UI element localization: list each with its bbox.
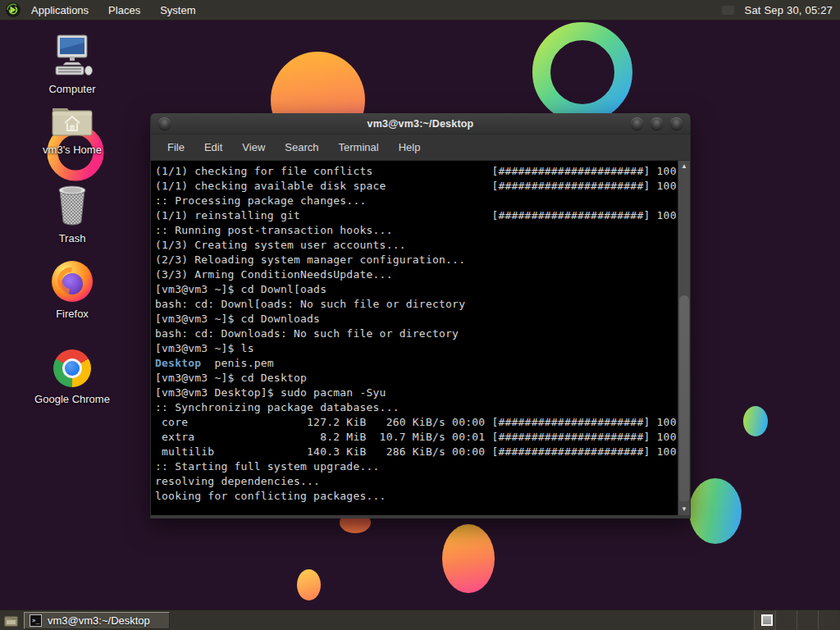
computer-icon [49, 34, 95, 77]
desktop-label: Computer [48, 83, 95, 95]
terminal-line: resolving dependencies... [155, 474, 677, 489]
desktop-icon-firefox[interactable]: Firefox [31, 261, 113, 320]
terminal-line: [vm3@vm3 Desktop]$ sudo pacman -Syu [155, 386, 677, 400]
trash-icon [53, 184, 91, 226]
terminal-scrollbar[interactable]: ▲ ▼ [678, 161, 690, 515]
terminal-line: [vm3@vm3 ~]$ cd Downloads [155, 312, 677, 326]
wallpaper-blob-green-large [689, 478, 742, 544]
terminal-line: bash: cd: Downloads: No such file or dir… [155, 326, 677, 341]
chrome-icon [53, 349, 91, 387]
distro-logo-icon[interactable] [5, 2, 21, 18]
terminal-line: [vm3@vm3 ~]$ cd Downl[oads [155, 282, 677, 297]
terminal-line: multilib 140.3 KiB 286 KiB/s 00:00 [####… [155, 445, 677, 459]
terminal-line: looking for conflicting packages... [155, 489, 677, 504]
terminal-line: [vm3@vm3 ~]$ cd Desktop [155, 371, 677, 386]
desktop-icon-computer[interactable]: Computer [31, 34, 113, 95]
desktop-label: Google Chrome [34, 393, 110, 405]
workspace-2[interactable] [775, 610, 797, 630]
scroll-down-icon[interactable]: ▼ [678, 504, 690, 514]
menu-search[interactable]: Search [275, 141, 328, 153]
menu-edit[interactable]: Edit [194, 141, 232, 153]
show-desktop-icon [4, 614, 18, 627]
terminal-line: (1/1) checking for file conflicts [#####… [155, 164, 677, 179]
terminal-line: (1/1) reinstalling git [################… [155, 208, 677, 223]
terminal-line: (1/1) checking available disk space [###… [155, 179, 677, 194]
terminal-line: [vm3@vm3 ~]$ ls [155, 341, 677, 356]
workspace-switcher [754, 610, 839, 630]
menu-places[interactable]: Places [98, 0, 150, 21]
keyboard-indicator-icon[interactable] [722, 6, 734, 15]
terminal-line: (1/3) Creating system user accounts... [155, 238, 677, 253]
home-folder-icon [48, 102, 96, 138]
terminal-mini-icon: »_ [30, 614, 42, 627]
taskbar-window-button[interactable]: »_ vm3@vm3:~/Desktop [24, 612, 170, 629]
window-title: vm3@vm3:~/Desktop [151, 118, 690, 130]
workspace-window-thumb [761, 614, 773, 626]
taskbar-window-label: vm3@vm3:~/Desktop [48, 614, 150, 627]
menu-applications[interactable]: Applications [21, 0, 98, 21]
wallpaper-blob-orange-small [297, 569, 321, 600]
desktop-icon-trash[interactable]: Trash [31, 184, 113, 244]
clock[interactable]: Sat Sep 30, 05:27 [737, 4, 840, 16]
close-button[interactable] [670, 117, 682, 130]
menu-system[interactable]: System [150, 0, 205, 21]
terminal-line: Desktop penis.pem [155, 356, 677, 371]
menu-terminal[interactable]: Terminal [329, 141, 389, 153]
wallpaper-ring-green [530, 21, 635, 126]
menu-file[interactable]: File [158, 141, 194, 153]
window-menubar: File Edit View Search Terminal Help [151, 135, 690, 161]
desktop-icon-chrome[interactable]: Google Chrome [31, 349, 113, 405]
maximize-button[interactable] [651, 117, 663, 130]
desktop-icon-home[interactable]: vm3's Home [31, 102, 113, 156]
terminal-line: (2/3) Reloading system manager configura… [155, 253, 677, 267]
terminal-line: core 127.2 KiB 260 KiB/s 00:00 [########… [155, 415, 677, 430]
top-panel: Applications Places System Sat Sep 30, 0… [0, 0, 840, 21]
desktop-label: vm3's Home [43, 144, 102, 156]
workspace-3[interactable] [797, 610, 818, 630]
desktop-label: Firefox [56, 308, 89, 320]
menu-help[interactable]: Help [389, 141, 431, 153]
desktop-label: Trash [59, 232, 86, 244]
firefox-icon [52, 261, 93, 302]
menu-view[interactable]: View [232, 141, 275, 153]
workspace-4[interactable] [818, 610, 839, 630]
window-titlebar[interactable]: vm3@vm3:~/Desktop [151, 113, 690, 135]
terminal-line: :: Starting full system upgrade... [155, 459, 677, 474]
scrollbar-thumb[interactable] [679, 295, 689, 501]
terminal-line: bash: cd: Downl[oads: No such file or di… [155, 297, 677, 312]
terminal-window: vm3@vm3:~/Desktop File Edit View Search … [150, 113, 691, 518]
terminal-line: extra 8.2 MiB 10.7 MiB/s 00:01 [########… [155, 430, 677, 445]
terminal-line: :: Processing package changes... [155, 194, 677, 208]
wallpaper-blob-orange-bottom [442, 524, 495, 593]
terminal-line: (3/3) Arming ConditionNeedsUpdate... [155, 267, 677, 282]
terminal-line: :: Running post-transaction hooks... [155, 223, 677, 238]
workspace-1[interactable] [754, 610, 775, 630]
minimize-button[interactable] [631, 117, 643, 130]
terminal-body[interactable]: (1/1) checking for file conflicts [#####… [152, 161, 677, 515]
scroll-up-icon[interactable]: ▲ [678, 162, 690, 171]
terminal-line: :: Synchronizing package databases... [155, 400, 677, 415]
bottom-panel: »_ vm3@vm3:~/Desktop [0, 609, 840, 630]
wallpaper-blob-green-small [743, 406, 768, 436]
show-desktop-button[interactable] [2, 610, 19, 630]
